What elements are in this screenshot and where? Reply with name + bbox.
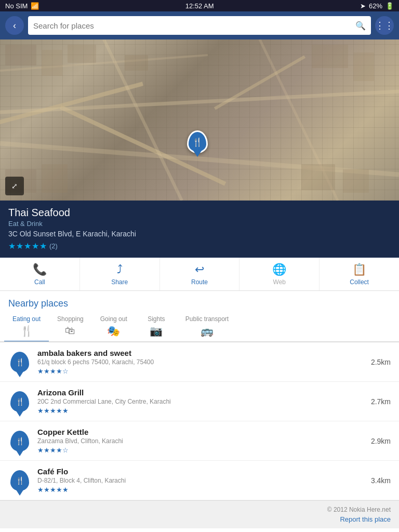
call-icon: 📞 [33, 263, 47, 276]
time-label: 12:52 AM [185, 2, 214, 10]
map-pin-body: 🍴 [187, 130, 208, 153]
pin-icon: 🍴 [16, 476, 24, 485]
place-item-name-0: ambala bakers and sweet [37, 349, 367, 357]
place-item-dist-1: 2.7km [371, 397, 391, 406]
pin-body: 🍴 [10, 352, 29, 373]
sights-icon: 📷 [150, 325, 163, 337]
search-input[interactable] [33, 21, 355, 30]
place-info-panel: Thai Seafood Eat & Drink 3C Old Sunset B… [0, 201, 399, 258]
eating-icon: 🍴 [20, 325, 33, 337]
share-label: Share [111, 278, 128, 286]
back-icon: ‹ [13, 20, 16, 31]
web-button[interactable]: 🌐 Web [240, 258, 320, 290]
tab-transport-label: Public transport [185, 315, 229, 323]
place-item-dist-3: 3.4km [371, 476, 391, 485]
place-pin-0: 🍴 [8, 350, 31, 375]
map-pin[interactable]: 🍴 [187, 130, 208, 153]
place-pin-2: 🍴 [8, 429, 31, 454]
place-list: 🍴 ambala bakers and sweet 61/q block 6 p… [0, 342, 399, 500]
svg-rect-10 [125, 55, 148, 71]
place-item-addr-1: 20C 2nd Commercial Lane, City Centre, Ka… [37, 398, 367, 405]
copyright-label: © 2012 Nokia Here.net [8, 506, 391, 513]
web-icon: 🌐 [272, 263, 286, 276]
tab-public-transport[interactable]: Public transport 🚌 [177, 313, 237, 341]
tab-going-out[interactable]: Going out 🎭 [92, 313, 136, 341]
place-category: Eat & Drink [8, 220, 391, 228]
pin-icon: 🍴 [16, 358, 24, 366]
place-item-name-1: Arizona Grill [37, 388, 367, 397]
list-item[interactable]: 🍴 ambala bakers and sweet 61/q block 6 p… [0, 342, 399, 382]
list-item[interactable]: 🍴 Arizona Grill 20C 2nd Commercial Lane,… [0, 382, 399, 421]
shopping-icon: 🛍 [65, 325, 75, 337]
svg-rect-9 [68, 45, 96, 63]
place-item-addr-3: D-82/1, Block 4, Clifton, Karachi [37, 477, 367, 484]
tab-shopping[interactable]: Shopping 🛍 [49, 313, 92, 341]
search-input-wrap: 🔍 [28, 16, 371, 35]
collect-button[interactable]: 📋 Collect [320, 258, 399, 290]
call-button[interactable]: 📞 Call [0, 258, 80, 290]
place-item-dist-2: 2.9km [371, 437, 391, 445]
nearby-title: Nearby places [0, 291, 399, 313]
pin-body: 🍴 [10, 470, 29, 491]
list-item[interactable]: 🍴 Café Flo D-82/1, Block 4, Clifton, Kar… [0, 461, 399, 500]
carrier-label: No SIM [5, 2, 28, 10]
place-item-info-0: ambala bakers and sweet 61/q block 6 pec… [37, 349, 367, 375]
pin-icon: 🍴 [16, 437, 24, 445]
svg-rect-11 [312, 45, 348, 68]
collect-icon: 📋 [352, 263, 366, 276]
svg-rect-7 [5, 45, 36, 65]
pin-icon: 🍴 [16, 397, 24, 406]
svg-rect-14 [42, 164, 68, 193]
svg-rect-8 [42, 50, 62, 76]
place-item-addr-0: 61/q block 6 pechs 75400, Karachi, 75400 [37, 358, 367, 366]
collect-label: Collect [350, 278, 369, 286]
place-item-info-1: Arizona Grill 20C 2nd Commercial Lane, C… [37, 388, 367, 415]
rating-row: ★★★★★ (2) [8, 241, 391, 251]
route-icon: ↩ [195, 263, 204, 276]
place-pin-1: 🍴 [8, 389, 31, 414]
going-out-icon: 🎭 [107, 325, 120, 337]
place-item-addr-2: Zanzama Blvd, Clifton, Karachi [37, 437, 367, 445]
battery-label: 62% [369, 2, 382, 10]
place-item-name-2: Copper Kettle [37, 428, 367, 436]
battery-icon: 🔋 [385, 2, 394, 10]
place-item-info-2: Copper Kettle Zanzama Blvd, Clifton, Kar… [37, 428, 367, 454]
web-label: Web [273, 278, 286, 286]
expand-icon: ⤢ [11, 182, 18, 190]
status-right: ➤ 62% 🔋 [360, 2, 394, 10]
action-bar: 📞 Call ⤴ Share ↩ Route 🌐 Web 📋 Collect [0, 258, 399, 291]
search-icon[interactable]: 🔍 [355, 21, 366, 31]
list-item[interactable]: 🍴 Copper Kettle Zanzama Blvd, Clifton, K… [0, 421, 399, 461]
expand-map-button[interactable]: ⤢ [5, 177, 24, 195]
category-tabs: Eating out 🍴 Shopping 🛍 Going out 🎭 Sigh… [0, 313, 399, 342]
footer: © 2012 Nokia Here.net Report this place [0, 500, 399, 528]
place-item-info-3: Café Flo D-82/1, Block 4, Clifton, Karac… [37, 467, 367, 494]
tab-eating-out[interactable]: Eating out 🍴 [4, 313, 49, 341]
status-left: No SIM 📶 [5, 2, 39, 10]
place-pin-3: 🍴 [8, 468, 31, 493]
map-area[interactable]: 🍴 ⤢ [0, 39, 399, 201]
svg-rect-15 [301, 164, 335, 190]
place-item-name-3: Café Flo [37, 467, 367, 476]
report-link[interactable]: Report this place [8, 515, 391, 523]
tab-going-out-label: Going out [100, 315, 127, 323]
tab-sights[interactable]: Sights 📷 [136, 313, 177, 341]
share-button[interactable]: ⤴ Share [80, 258, 160, 290]
transport-icon: 🚌 [201, 325, 214, 337]
grid-button[interactable]: ⋮⋮ [375, 16, 394, 35]
status-bar: No SIM 📶 12:52 AM ➤ 62% 🔋 [0, 0, 399, 11]
back-button[interactable]: ‹ [5, 16, 24, 35]
tab-sights-label: Sights [148, 315, 165, 323]
fork-knife-icon: 🍴 [192, 137, 203, 147]
route-button[interactable]: ↩ Route [160, 258, 240, 290]
grid-icon: ⋮⋮ [375, 20, 394, 31]
tab-shopping-label: Shopping [57, 315, 84, 323]
place-address: 3C Old Sunset Blvd, E Karachi, Karachi [8, 230, 391, 238]
gps-icon: ➤ [360, 2, 366, 10]
share-icon: ⤴ [117, 263, 123, 276]
map-grid-svg [0, 39, 399, 201]
pin-body: 🍴 [10, 431, 29, 451]
wifi-icon: 📶 [31, 2, 39, 10]
svg-rect-16 [343, 169, 369, 193]
place-item-stars-0: ★★★★☆ [37, 367, 367, 375]
